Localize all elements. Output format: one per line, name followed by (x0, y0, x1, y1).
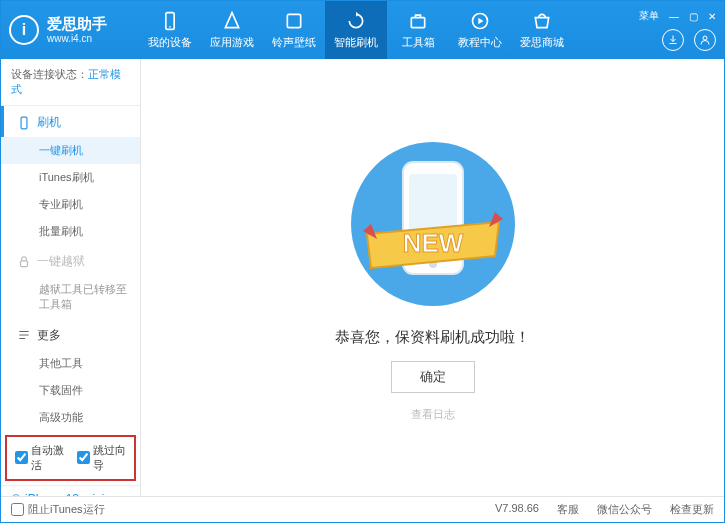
nav-label: 工具箱 (402, 35, 435, 50)
device-info[interactable]: iPhone 12 mini 64GB Down-12mini-13,1 (1, 485, 140, 496)
phone-icon (17, 116, 31, 130)
sidebar-item-oneclick-flash[interactable]: 一键刷机 (1, 137, 140, 164)
success-illustration: NEW (333, 134, 533, 314)
new-banner-text: NEW (402, 228, 463, 258)
content-area: 设备连接状态：正常模式 刷机 一键刷机 iTunes刷机 专业刷机 批量刷机 一… (1, 59, 724, 496)
svg-rect-6 (21, 117, 27, 129)
jailbreak-note: 越狱工具已转移至工具箱 (1, 276, 140, 319)
nav-toolbox[interactable]: 工具箱 (387, 1, 449, 59)
section-label: 刷机 (37, 114, 61, 131)
sidebar-item-download-firmware[interactable]: 下载固件 (1, 377, 140, 404)
toolbox-icon (408, 11, 428, 31)
nav-ringtone-wallpaper[interactable]: 铃声壁纸 (263, 1, 325, 59)
svg-point-1 (169, 26, 171, 28)
sidebar-item-itunes-flash[interactable]: iTunes刷机 (1, 164, 140, 191)
svg-point-5 (703, 36, 707, 40)
top-nav: 我的设备 应用游戏 铃声壁纸 智能刷机 工具箱 教程中心 (139, 1, 626, 59)
section-jailbreak[interactable]: 一键越狱 (1, 245, 140, 276)
auto-activate-checkbox[interactable]: 自动激活 (15, 443, 65, 473)
customer-service-link[interactable]: 客服 (557, 502, 579, 517)
sidebar-item-batch-flash[interactable]: 批量刷机 (1, 218, 140, 245)
success-panel: NEW 恭喜您，保资料刷机成功啦！ 确定 查看日志 (141, 59, 724, 496)
wechat-link[interactable]: 微信公众号 (597, 502, 652, 517)
nav-label: 铃声壁纸 (272, 35, 316, 50)
view-log-link[interactable]: 查看日志 (411, 407, 455, 422)
connection-status: 设备连接状态：正常模式 (1, 59, 140, 106)
check-update-link[interactable]: 检查更新 (670, 502, 714, 517)
window-controls: 菜单 — ▢ ✕ (626, 9, 716, 51)
wallpaper-icon (284, 11, 304, 31)
options-highlight: 自动激活 跳过向导 (5, 435, 136, 481)
section-label: 更多 (37, 327, 61, 344)
version-label: V7.98.66 (495, 502, 539, 517)
brand-area: i 爱思助手 www.i4.cn (9, 15, 139, 45)
sidebar-item-advanced[interactable]: 高级功能 (1, 404, 140, 431)
section-label: 一键越狱 (37, 253, 85, 270)
play-icon (470, 11, 490, 31)
titlebar: i 爱思助手 www.i4.cn 我的设备 应用游戏 铃声壁纸 智能刷机 (1, 1, 724, 59)
confirm-button[interactable]: 确定 (391, 361, 475, 393)
skip-guide-checkbox[interactable]: 跳过向导 (77, 443, 127, 473)
apps-icon (222, 11, 242, 31)
list-icon (17, 328, 31, 342)
download-button[interactable] (662, 29, 684, 51)
app-window: i 爱思助手 www.i4.cn 我的设备 应用游戏 铃声壁纸 智能刷机 (0, 0, 725, 523)
nav-apps-games[interactable]: 应用游戏 (201, 1, 263, 59)
maximize-button[interactable]: ▢ (689, 11, 698, 22)
nav-label: 教程中心 (458, 35, 502, 50)
nav-smart-flash[interactable]: 智能刷机 (325, 1, 387, 59)
nav-my-device[interactable]: 我的设备 (139, 1, 201, 59)
logo-icon: i (9, 15, 39, 45)
status-label: 设备连接状态： (11, 68, 88, 80)
lock-icon (17, 255, 31, 269)
nav-label: 我的设备 (148, 35, 192, 50)
menu-button[interactable]: 菜单 (639, 9, 659, 23)
sidebar-item-other-tools[interactable]: 其他工具 (1, 350, 140, 377)
app-url: www.i4.cn (47, 33, 107, 44)
app-title: 爱思助手 (47, 16, 107, 33)
success-message: 恭喜您，保资料刷机成功啦！ (335, 328, 530, 347)
sidebar-item-pro-flash[interactable]: 专业刷机 (1, 191, 140, 218)
nav-tutorial[interactable]: 教程中心 (449, 1, 511, 59)
footer: 阻止iTunes运行 V7.98.66 客服 微信公众号 检查更新 (1, 496, 724, 522)
section-more[interactable]: 更多 (1, 319, 140, 350)
minimize-button[interactable]: — (669, 11, 679, 22)
nav-label: 爱思商城 (520, 35, 564, 50)
nav-label: 智能刷机 (334, 35, 378, 50)
nav-store[interactable]: 爱思商城 (511, 1, 573, 59)
svg-rect-7 (21, 260, 28, 266)
svg-rect-2 (287, 14, 300, 27)
nav-label: 应用游戏 (210, 35, 254, 50)
store-icon (532, 11, 552, 31)
section-flash[interactable]: 刷机 (1, 106, 140, 137)
user-button[interactable] (694, 29, 716, 51)
block-itunes-checkbox[interactable]: 阻止iTunes运行 (11, 502, 105, 517)
phone-icon (160, 11, 180, 31)
svg-rect-3 (411, 17, 424, 27)
sidebar: 设备连接状态：正常模式 刷机 一键刷机 iTunes刷机 专业刷机 批量刷机 一… (1, 59, 141, 496)
refresh-icon (346, 11, 366, 31)
close-button[interactable]: ✕ (708, 11, 716, 22)
main-panel: NEW 恭喜您，保资料刷机成功啦！ 确定 查看日志 (141, 59, 724, 496)
